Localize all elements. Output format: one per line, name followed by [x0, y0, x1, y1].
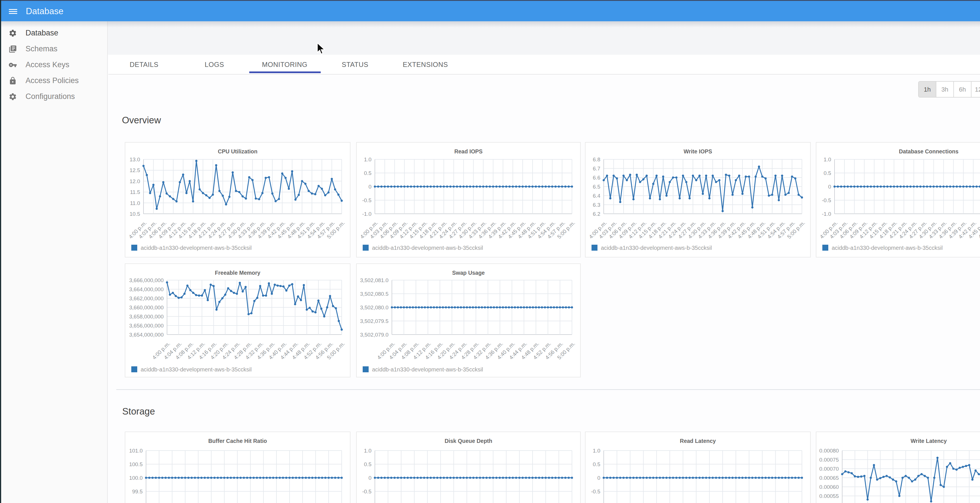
svg-text:Write IOPS: Write IOPS — [684, 148, 712, 154]
svg-text:Read IOPS: Read IOPS — [454, 148, 483, 154]
svg-text:3,662,000,000: 3,662,000,000 — [129, 296, 164, 301]
svg-text:0.5: 0.5 — [824, 170, 831, 176]
svg-text:0.00060: 0.00060 — [819, 484, 839, 490]
svg-text:101.0: 101.0 — [129, 448, 143, 454]
svg-text:100.0: 100.0 — [129, 475, 143, 481]
svg-text:0.5: 0.5 — [593, 461, 600, 467]
svg-text:aciddb-a1n330-development-aws-: aciddb-a1n330-development-aws-b-35ccksil — [832, 245, 943, 251]
svg-text:1.0: 1.0 — [364, 156, 371, 162]
svg-text:aciddb-a1n330-development-aws-: aciddb-a1n330-development-aws-b-35ccksil — [372, 366, 483, 372]
svg-text:0.5: 0.5 — [364, 461, 371, 467]
svg-text:3,502,079.5: 3,502,079.5 — [360, 318, 388, 324]
svg-text:Read Latency: Read Latency — [680, 438, 716, 444]
svg-text:6.5: 6.5 — [593, 184, 600, 190]
svg-text:6.6: 6.6 — [593, 175, 600, 181]
svg-text:11.0: 11.0 — [130, 200, 140, 206]
svg-text:3,502,080.5: 3,502,080.5 — [360, 291, 388, 297]
svg-text:Freeable Memory: Freeable Memory — [215, 270, 261, 276]
svg-text:-0.5: -0.5 — [362, 489, 371, 495]
svg-text:12.0: 12.0 — [130, 178, 140, 184]
svg-text:3,658,000,000: 3,658,000,000 — [129, 314, 164, 320]
svg-text:0.00070: 0.00070 — [819, 466, 839, 472]
svg-text:3,502,081.0: 3,502,081.0 — [360, 277, 388, 283]
svg-text:-0.5: -0.5 — [822, 197, 831, 203]
svg-text:3,502,080.0: 3,502,080.0 — [360, 304, 388, 310]
svg-text:aciddb-a1n330-development-aws-: aciddb-a1n330-development-aws-b-35ccksil — [372, 245, 483, 251]
svg-text:3,502,079.0: 3,502,079.0 — [360, 332, 388, 338]
svg-text:3,660,000,000: 3,660,000,000 — [129, 304, 164, 310]
svg-text:3,666,000,000: 3,666,000,000 — [129, 277, 164, 283]
svg-text:100.5: 100.5 — [129, 461, 143, 467]
svg-text:1.0: 1.0 — [824, 156, 831, 162]
svg-text:6.3: 6.3 — [593, 202, 600, 208]
svg-text:99.5: 99.5 — [132, 489, 143, 495]
svg-text:13.0: 13.0 — [130, 156, 140, 162]
svg-text:-1.0: -1.0 — [822, 211, 831, 217]
svg-text:Disk Queue Depth: Disk Queue Depth — [445, 438, 492, 444]
svg-text:Buffer Cache Hit Ratio: Buffer Cache Hit Ratio — [208, 438, 267, 444]
svg-text:12.5: 12.5 — [130, 167, 140, 173]
svg-text:0: 0 — [597, 475, 600, 481]
svg-text:6.4: 6.4 — [593, 193, 601, 199]
svg-text:Swap Usage: Swap Usage — [452, 270, 485, 276]
svg-text:0.00075: 0.00075 — [819, 457, 839, 463]
svg-text:3,664,000,000: 3,664,000,000 — [129, 287, 164, 292]
svg-text:0: 0 — [828, 184, 831, 190]
svg-text:-0.5: -0.5 — [591, 489, 600, 495]
svg-text:0.00065: 0.00065 — [819, 475, 839, 481]
svg-text:aciddb-a1n330-development-aws-: aciddb-a1n330-development-aws-b-35ccksil — [601, 245, 712, 251]
svg-text:0.00055: 0.00055 — [819, 493, 839, 499]
svg-text:-0.5: -0.5 — [362, 197, 371, 203]
svg-text:0.00080: 0.00080 — [819, 448, 839, 454]
svg-text:0: 0 — [368, 475, 371, 481]
svg-text:1.0: 1.0 — [593, 448, 600, 454]
svg-text:-1.0: -1.0 — [362, 211, 371, 217]
svg-text:1.0: 1.0 — [364, 448, 371, 454]
svg-text:6.7: 6.7 — [593, 166, 600, 172]
svg-text:3,654,000,000: 3,654,000,000 — [129, 332, 164, 338]
svg-text:Database Connections: Database Connections — [899, 148, 958, 154]
svg-text:aciddb-a1n330-development-aws-: aciddb-a1n330-development-aws-b-35ccksil — [141, 366, 251, 372]
svg-text:3,656,000,000: 3,656,000,000 — [129, 323, 164, 329]
svg-text:0: 0 — [368, 184, 371, 190]
svg-text:6.2: 6.2 — [593, 211, 600, 217]
svg-text:CPU Utilization: CPU Utilization — [218, 148, 258, 154]
svg-text:0.5: 0.5 — [364, 170, 371, 176]
svg-text:Write Latency: Write Latency — [910, 438, 947, 444]
svg-text:6.8: 6.8 — [593, 156, 600, 162]
svg-text:11.5: 11.5 — [130, 189, 140, 195]
svg-text:10.5: 10.5 — [130, 211, 140, 217]
svg-text:aciddb-a1n330-development-aws-: aciddb-a1n330-development-aws-b-35ccksil — [141, 245, 251, 251]
